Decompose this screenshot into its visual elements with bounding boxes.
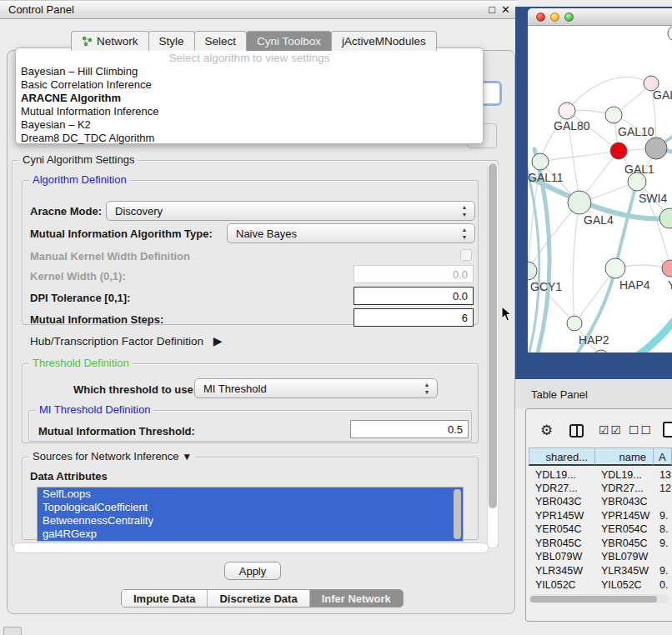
table-cell[interactable]	[653, 551, 672, 565]
which-threshold-combo[interactable]: MI Threshold ▲▼	[194, 378, 438, 398]
dpi-tolerance-field[interactable]	[354, 287, 474, 305]
table-cell[interactable]: YDL19...	[529, 469, 594, 483]
node-top-cut[interactable]	[668, 26, 672, 41]
table-cell[interactable]: YER054C	[529, 523, 594, 538]
mi-threshold-field[interactable]	[350, 420, 469, 438]
node-gray[interactable]	[645, 138, 667, 159]
table-cell[interactable]: 9.	[653, 565, 672, 579]
table-cell[interactable]: YPR145W	[594, 510, 653, 524]
tab-jactivemnodules[interactable]: jActiveMNodules	[331, 31, 437, 51]
table-cell[interactable]: YBR043C	[529, 496, 594, 510]
tab-impute-data[interactable]: Impute Data	[122, 590, 207, 607]
unselect-all-columns-icon[interactable]: ☐☐	[629, 423, 653, 437]
split-columns-icon[interactable]	[569, 424, 584, 438]
minimize-traffic-light[interactable]	[550, 12, 559, 22]
node-label: SWI4	[639, 192, 667, 205]
dropdown-item-basic-correlation[interactable]: Basic Correlation Inference	[16, 78, 483, 92]
table-cell[interactable]: 8.	[653, 523, 672, 538]
node-label: Y	[668, 278, 672, 292]
node-gal11[interactable]	[532, 153, 549, 170]
table-cell[interactable]: 13	[653, 469, 672, 483]
manual-kernel-width-checkbox	[460, 249, 472, 261]
sources-legend-label: Sources for Network Inference	[33, 450, 179, 462]
network-edge-bright-teal	[628, 316, 672, 352]
tab-select[interactable]: Select	[194, 31, 248, 51]
gear-icon[interactable]: ⚙	[540, 422, 553, 439]
sources-legend[interactable]: Sources for Network Inference ▼	[29, 450, 195, 462]
network-window-titlebar[interactable]	[528, 8, 672, 26]
settings-vertical-scrollbar-thumb[interactable]	[489, 163, 497, 508]
manual-kernel-width-label: Manual Kernel Width Definition	[30, 250, 190, 262]
mi-steps-field[interactable]	[354, 308, 474, 327]
table-cell[interactable]: 9.	[653, 538, 672, 552]
tab-network[interactable]: Network	[71, 31, 149, 51]
hub-tf-definition-toggle[interactable]: Hub/Transcription Factor Definition ▶	[30, 334, 223, 348]
mi-algorithm-type-combo[interactable]: Naive Bayes ▲▼	[227, 223, 475, 243]
network-icon	[82, 36, 93, 47]
node-right-green[interactable]	[659, 208, 672, 228]
node-gal1[interactable]	[610, 142, 627, 159]
apply-button[interactable]: Apply	[224, 562, 281, 580]
node-gal80[interactable]	[559, 102, 575, 119]
control-panel-tabs: Network Style Select Cyni Toolbox jActiv…	[72, 31, 437, 51]
export-table-icon[interactable]	[663, 422, 672, 438]
dropdown-item-mutual-information[interactable]: Mutual Information Inference	[16, 105, 483, 118]
dropdown-item-dream8[interactable]: Dream8 DC_TDC Algorithm	[16, 132, 483, 145]
attribute-list-scrollbar[interactable]	[454, 489, 461, 539]
node-label: GAL11	[528, 171, 564, 184]
dropdown-item-bayesian-hill[interactable]: Bayesian – Hill Climbing	[16, 65, 483, 78]
table-cell[interactable]: YLR345W	[594, 565, 653, 579]
table-cell[interactable]: YER054C	[594, 523, 653, 538]
table-cell[interactable]: YBL079W	[529, 551, 594, 565]
table-panel-header: Table Panel	[515, 379, 672, 408]
table-cell[interactable]: YIL052C	[594, 579, 653, 589]
dropdown-item-aracne[interactable]: ARACNE Algorithm	[16, 92, 483, 105]
table-cell[interactable]: 9.	[653, 510, 672, 524]
table-cell[interactable]: 12	[653, 482, 672, 497]
node-gcy1[interactable]	[528, 262, 537, 280]
node-gal4[interactable]	[568, 191, 591, 214]
network-view-canvas[interactable]: GAL GAL80 GAL10 GAL1 GAL11 SWI4 GAL4 GCY…	[528, 26, 672, 352]
zoom-traffic-light[interactable]	[564, 12, 574, 22]
settings-horizontal-scrollbar[interactable]	[13, 542, 489, 553]
tab-style[interactable]: Style	[148, 31, 195, 51]
dropdown-item-bayesian-k2[interactable]: Bayesian – K2	[16, 118, 483, 132]
table-cell[interactable]: YBR045C	[594, 538, 653, 552]
table-cell[interactable]: YBL079W	[594, 551, 653, 565]
bottom-tabs: Impute Data Discretize Data Infer Networ…	[121, 589, 404, 608]
node-y-right[interactable]	[662, 260, 672, 277]
attribute-item-gal4rgexp[interactable]: gal4RGexp	[38, 528, 463, 541]
node-label: GAL80	[554, 119, 590, 132]
close-traffic-light[interactable]	[536, 12, 545, 22]
table-cell[interactable]: YDR27...	[594, 482, 653, 497]
float-window-icon[interactable]: □	[489, 3, 495, 16]
table-cell[interactable]: YIL052C	[529, 579, 594, 589]
close-window-icon[interactable]: ✕	[501, 3, 510, 16]
column-header-cut[interactable]: A	[653, 448, 672, 466]
table-cell[interactable]: YLR345W	[529, 565, 594, 579]
select-all-columns-icon[interactable]: ☑☑	[599, 423, 623, 437]
collapsed-panel-button[interactable]	[3, 627, 22, 635]
attribute-item-betweennesscentrality[interactable]: BetweennessCentrality	[38, 514, 463, 528]
table-cell[interactable]	[653, 496, 672, 510]
table-cell[interactable]: YPR145W	[529, 510, 594, 524]
node-hap2[interactable]	[567, 316, 582, 331]
table-cell[interactable]: YBR043C	[594, 496, 653, 510]
attribute-item-topologicalcoefficient[interactable]: TopologicalCoefficient	[38, 501, 463, 514]
algorithm-definition-legend: Algorithm Definition	[29, 173, 130, 186]
node-gal10[interactable]	[605, 107, 622, 123]
cyni-settings-legend: Cyni Algorithm Settings	[19, 153, 138, 166]
tab-infer-network[interactable]: Infer Network	[309, 590, 403, 607]
node-hap4[interactable]	[605, 258, 625, 278]
tab-cyni-toolbox[interactable]: Cyni Toolbox	[246, 31, 332, 51]
attribute-item-selfloops[interactable]: SelfLoops	[38, 488, 463, 501]
tab-discretize-data[interactable]: Discretize Data	[207, 590, 308, 607]
table-cell[interactable]: YDR27...	[529, 482, 594, 497]
table-horizontal-scrollbar-thumb[interactable]	[530, 596, 657, 602]
column-header-shared-name[interactable]: shared...	[529, 448, 595, 466]
aracne-mode-combo[interactable]: Discovery ▲▼	[106, 201, 475, 221]
table-cell[interactable]: YDL19...	[594, 469, 653, 483]
table-cell[interactable]: YBR045C	[529, 538, 594, 552]
column-header-name[interactable]: name	[594, 448, 654, 466]
table-cell[interactable]: 0.	[653, 579, 672, 589]
